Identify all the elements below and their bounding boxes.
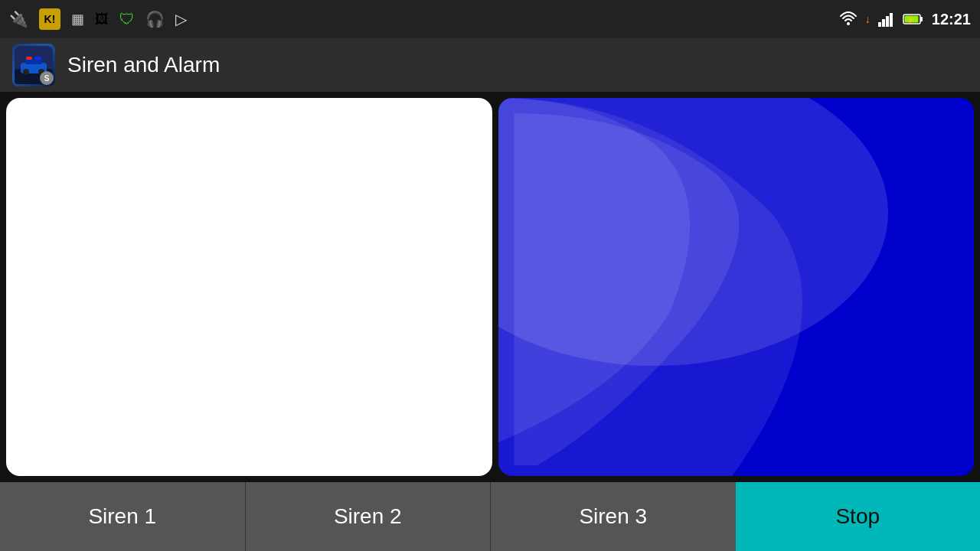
svg-rect-1	[878, 22, 881, 27]
signal-icon	[878, 11, 895, 27]
app-badge: S	[40, 71, 54, 85]
svg-text:⚡: ⚡	[907, 16, 915, 24]
status-bar: 🔌 K! ▦ 🖼 🛡 🎧 ▷ ↓	[0, 0, 980, 38]
image-icon: 🖼	[95, 11, 109, 28]
kl-badge: K!	[39, 8, 60, 30]
svg-rect-14	[35, 57, 41, 60]
bottom-bar: Siren 1 Siren 2 Siren 3 Stop	[0, 482, 980, 551]
app-title: Siren and Alarm	[67, 53, 220, 77]
svg-point-15	[23, 69, 29, 75]
usb-icon: 🔌	[9, 10, 28, 28]
wifi-icon	[839, 11, 858, 27]
file-icon: ▦	[71, 11, 84, 28]
main-content	[0, 92, 980, 482]
battery-icon: ⚡	[903, 11, 924, 27]
svg-rect-13	[26, 57, 32, 60]
blue-panel-gloss	[498, 98, 974, 476]
play-icon: ▷	[175, 10, 187, 28]
siren2-button[interactable]: Siren 2	[246, 482, 492, 551]
app-header: S Siren and Alarm	[0, 38, 980, 92]
shield-icon: 🛡	[119, 11, 135, 28]
svg-rect-6	[920, 17, 923, 21]
status-right-icons: ↓ ⚡ 12:21	[839, 11, 971, 28]
status-left-icons: 🔌 K! ▦ 🖼 🛡 🎧 ▷	[9, 8, 187, 30]
svg-rect-4	[890, 13, 893, 27]
headphone-icon: 🎧	[145, 10, 165, 28]
siren1-button[interactable]: Siren 1	[0, 482, 246, 551]
siren3-button[interactable]: Siren 3	[491, 482, 736, 551]
status-time: 12:21	[932, 11, 971, 28]
svg-point-17	[498, 98, 888, 366]
svg-point-0	[847, 22, 850, 25]
right-panel[interactable]	[498, 98, 974, 476]
svg-rect-2	[882, 19, 885, 27]
app-icon: S	[12, 44, 55, 86]
download-arrow-icon: ↓	[865, 13, 871, 25]
svg-rect-3	[886, 16, 889, 27]
left-panel[interactable]	[6, 98, 492, 476]
stop-button[interactable]: Stop	[736, 482, 981, 551]
